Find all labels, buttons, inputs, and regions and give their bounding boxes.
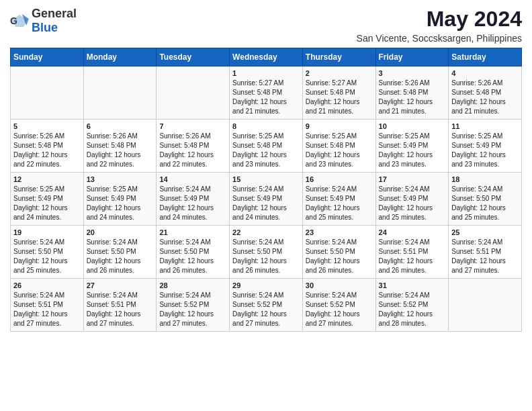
calendar-cell: 18Sunrise: 5:24 AM Sunset: 5:50 PM Dayli… <box>449 173 522 226</box>
day-number: 16 <box>306 175 373 183</box>
day-number: 6 <box>87 122 154 130</box>
day-number: 14 <box>159 175 226 183</box>
day-content: Sunrise: 5:24 AM Sunset: 5:50 PM Dayligh… <box>87 238 154 275</box>
day-content: Sunrise: 5:24 AM Sunset: 5:50 PM Dayligh… <box>451 185 519 222</box>
day-content: Sunrise: 5:24 AM Sunset: 5:50 PM Dayligh… <box>306 238 373 275</box>
day-content: Sunrise: 5:25 AM Sunset: 5:49 PM Dayligh… <box>13 185 81 222</box>
day-content: Sunrise: 5:25 AM Sunset: 5:49 PM Dayligh… <box>379 132 446 169</box>
calendar-cell: 4Sunrise: 5:26 AM Sunset: 5:48 PM Daylig… <box>449 66 522 120</box>
day-number: 31 <box>379 281 446 289</box>
day-number: 17 <box>379 175 446 183</box>
day-content: Sunrise: 5:26 AM Sunset: 5:48 PM Dayligh… <box>87 132 154 169</box>
day-header-wednesday: Wednesday <box>230 48 303 66</box>
day-content: Sunrise: 5:24 AM Sunset: 5:49 PM Dayligh… <box>306 185 373 222</box>
calendar-cell: 22Sunrise: 5:24 AM Sunset: 5:50 PM Dayli… <box>230 226 303 279</box>
day-content: Sunrise: 5:24 AM Sunset: 5:51 PM Dayligh… <box>379 238 446 275</box>
calendar-cell: 7Sunrise: 5:26 AM Sunset: 5:48 PM Daylig… <box>157 120 230 173</box>
subtitle: San Vicente, Soccsksargen, Philippines <box>357 33 522 44</box>
day-content: Sunrise: 5:24 AM Sunset: 5:51 PM Dayligh… <box>451 238 519 275</box>
calendar-cell: 27Sunrise: 5:24 AM Sunset: 5:51 PM Dayli… <box>83 279 157 332</box>
calendar-cell: 11Sunrise: 5:25 AM Sunset: 5:49 PM Dayli… <box>449 120 522 173</box>
day-content: Sunrise: 5:24 AM Sunset: 5:50 PM Dayligh… <box>232 238 300 275</box>
calendar-week-4: 19Sunrise: 5:24 AM Sunset: 5:50 PM Dayli… <box>11 226 522 279</box>
calendar-table: SundayMondayTuesdayWednesdayThursdayFrid… <box>10 48 522 332</box>
day-content: Sunrise: 5:26 AM Sunset: 5:48 PM Dayligh… <box>159 132 226 169</box>
calendar-cell: 14Sunrise: 5:24 AM Sunset: 5:49 PM Dayli… <box>157 173 230 226</box>
day-number: 23 <box>306 228 373 236</box>
day-content: Sunrise: 5:24 AM Sunset: 5:51 PM Dayligh… <box>87 291 154 328</box>
day-content: Sunrise: 5:25 AM Sunset: 5:48 PM Dayligh… <box>306 132 373 169</box>
calendar-cell: 30Sunrise: 5:24 AM Sunset: 5:52 PM Dayli… <box>302 279 375 332</box>
day-number: 18 <box>451 175 519 183</box>
day-content: Sunrise: 5:24 AM Sunset: 5:52 PM Dayligh… <box>232 291 300 328</box>
day-number: 26 <box>13 281 81 289</box>
calendar-cell: 28Sunrise: 5:24 AM Sunset: 5:52 PM Dayli… <box>157 279 230 332</box>
calendar-cell: 19Sunrise: 5:24 AM Sunset: 5:50 PM Dayli… <box>11 226 84 279</box>
day-number: 30 <box>306 281 373 289</box>
day-number: 29 <box>232 281 300 289</box>
calendar-cell: 16Sunrise: 5:24 AM Sunset: 5:49 PM Dayli… <box>302 173 375 226</box>
day-number: 15 <box>232 175 300 183</box>
day-content: Sunrise: 5:24 AM Sunset: 5:52 PM Dayligh… <box>159 291 226 328</box>
day-number: 5 <box>13 122 81 130</box>
calendar-cell: 20Sunrise: 5:24 AM Sunset: 5:50 PM Dayli… <box>83 226 157 279</box>
calendar-cell <box>449 279 522 332</box>
day-number: 2 <box>306 69 373 77</box>
day-number: 25 <box>451 228 519 236</box>
day-number: 12 <box>13 175 81 183</box>
day-content: Sunrise: 5:26 AM Sunset: 5:48 PM Dayligh… <box>451 79 519 116</box>
day-number: 1 <box>232 69 300 77</box>
day-content: Sunrise: 5:24 AM Sunset: 5:52 PM Dayligh… <box>306 291 373 328</box>
calendar-cell: 26Sunrise: 5:24 AM Sunset: 5:51 PM Dayli… <box>11 279 84 332</box>
day-number: 28 <box>159 281 226 289</box>
calendar-week-3: 12Sunrise: 5:25 AM Sunset: 5:49 PM Dayli… <box>11 173 522 226</box>
calendar-cell: 29Sunrise: 5:24 AM Sunset: 5:52 PM Dayli… <box>230 279 303 332</box>
calendar-cell: 13Sunrise: 5:25 AM Sunset: 5:49 PM Dayli… <box>83 173 157 226</box>
logo-blue: Blue <box>32 21 58 34</box>
logo: G General Blue <box>10 7 77 35</box>
day-header-monday: Monday <box>83 48 157 66</box>
day-number: 7 <box>159 122 226 130</box>
calendar-cell: 23Sunrise: 5:24 AM Sunset: 5:50 PM Dayli… <box>302 226 375 279</box>
day-content: Sunrise: 5:27 AM Sunset: 5:48 PM Dayligh… <box>232 79 300 116</box>
day-number: 8 <box>232 122 300 130</box>
day-content: Sunrise: 5:25 AM Sunset: 5:49 PM Dayligh… <box>87 185 154 222</box>
day-number: 10 <box>379 122 446 130</box>
day-number: 21 <box>159 228 226 236</box>
day-number: 27 <box>87 281 154 289</box>
logo-text: General Blue <box>32 7 77 35</box>
day-content: Sunrise: 5:25 AM Sunset: 5:48 PM Dayligh… <box>232 132 300 169</box>
calendar-week-1: 1Sunrise: 5:27 AM Sunset: 5:48 PM Daylig… <box>11 66 522 120</box>
day-content: Sunrise: 5:24 AM Sunset: 5:49 PM Dayligh… <box>159 185 226 222</box>
day-number: 13 <box>87 175 154 183</box>
calendar-cell: 9Sunrise: 5:25 AM Sunset: 5:48 PM Daylig… <box>302 120 375 173</box>
day-header-tuesday: Tuesday <box>157 48 230 66</box>
calendar-cell: 6Sunrise: 5:26 AM Sunset: 5:48 PM Daylig… <box>83 120 157 173</box>
day-header-sunday: Sunday <box>11 48 84 66</box>
day-number: 3 <box>379 69 446 77</box>
day-number: 24 <box>379 228 446 236</box>
calendar-header-row: SundayMondayTuesdayWednesdayThursdayFrid… <box>11 48 522 66</box>
day-content: Sunrise: 5:24 AM Sunset: 5:51 PM Dayligh… <box>13 291 81 328</box>
main-title: May 2024 <box>357 7 522 32</box>
logo-icon: G <box>10 13 29 28</box>
day-content: Sunrise: 5:24 AM Sunset: 5:49 PM Dayligh… <box>232 185 300 222</box>
calendar-cell: 25Sunrise: 5:24 AM Sunset: 5:51 PM Dayli… <box>449 226 522 279</box>
calendar-cell: 2Sunrise: 5:27 AM Sunset: 5:48 PM Daylig… <box>302 66 375 120</box>
calendar-cell: 3Sunrise: 5:26 AM Sunset: 5:48 PM Daylig… <box>375 66 449 120</box>
day-number: 20 <box>87 228 154 236</box>
day-number: 4 <box>451 69 519 77</box>
day-number: 11 <box>451 122 519 130</box>
day-header-saturday: Saturday <box>449 48 522 66</box>
calendar-cell <box>83 66 157 120</box>
day-content: Sunrise: 5:26 AM Sunset: 5:48 PM Dayligh… <box>379 79 446 116</box>
calendar-cell: 21Sunrise: 5:24 AM Sunset: 5:50 PM Dayli… <box>157 226 230 279</box>
day-header-thursday: Thursday <box>302 48 375 66</box>
page-header: G General Blue May 2024 San Vicente, Soc… <box>10 7 522 44</box>
day-content: Sunrise: 5:27 AM Sunset: 5:48 PM Dayligh… <box>306 79 373 116</box>
calendar-cell: 1Sunrise: 5:27 AM Sunset: 5:48 PM Daylig… <box>230 66 303 120</box>
calendar-cell: 12Sunrise: 5:25 AM Sunset: 5:49 PM Dayli… <box>11 173 84 226</box>
calendar-cell: 5Sunrise: 5:26 AM Sunset: 5:48 PM Daylig… <box>11 120 84 173</box>
calendar-cell: 8Sunrise: 5:25 AM Sunset: 5:48 PM Daylig… <box>230 120 303 173</box>
calendar-cell: 15Sunrise: 5:24 AM Sunset: 5:49 PM Dayli… <box>230 173 303 226</box>
